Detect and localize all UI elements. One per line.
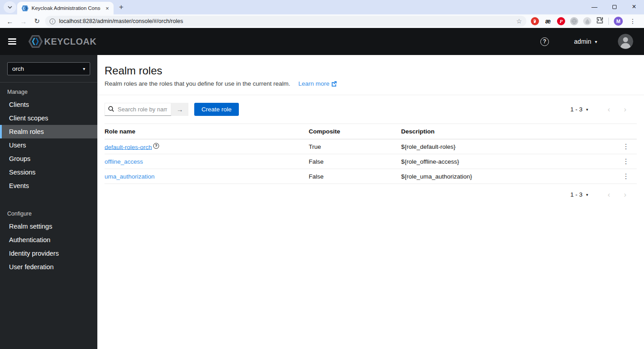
sidebar-item-realm-settings[interactable]: Realm settings	[0, 220, 97, 233]
table-row: uma_authorization False ${role_uma_autho…	[105, 169, 637, 184]
pagination-range-toggle[interactable]: 1 - 3 ▾	[570, 106, 588, 113]
role-link-offline-access[interactable]: offline_access	[105, 158, 143, 165]
keycloak-favicon	[22, 5, 28, 12]
tab-title: Keycloak Administration Conso	[32, 5, 100, 11]
learn-more-label: Learn more	[298, 80, 329, 87]
help-icon[interactable]: ?	[540, 37, 549, 46]
browser-tabstrip: Keycloak Administration Conso × + — ×	[0, 0, 644, 14]
kebab-menu-icon[interactable]: ⋮	[623, 157, 630, 165]
tab-search-button[interactable]	[4, 1, 16, 13]
pagination-range: 1 - 3	[570, 106, 582, 113]
role-link-default-roles-orch[interactable]: default-roles-orch	[105, 143, 152, 150]
sidebar-item-sessions[interactable]: Sessions	[0, 165, 97, 179]
pinterest-extension-icon[interactable]: P	[557, 17, 565, 25]
caret-down-icon: ▾	[586, 107, 588, 112]
kebab-menu-icon[interactable]: ⋮	[623, 142, 630, 150]
table-row: default-roles-orch? True ${role_default-…	[105, 139, 637, 154]
page-title: Realm roles	[105, 64, 633, 77]
globe-icon	[571, 18, 577, 24]
window-minimize-button[interactable]: —	[585, 0, 604, 14]
username: admin	[574, 38, 591, 45]
reload-icon[interactable]: ↻	[32, 16, 42, 27]
pagination-top: 1 - 3 ▾ ‹ ›	[570, 106, 637, 113]
window-close-button[interactable]: ×	[624, 0, 644, 14]
drop-extension-icon[interactable]	[583, 17, 591, 25]
search-submit-button[interactable]: →	[171, 103, 188, 116]
realm-name: orch	[12, 65, 24, 72]
nav-toggle-hamburger-icon[interactable]	[8, 38, 16, 45]
caret-down-icon: ▾	[586, 193, 588, 197]
address-bar[interactable]: i localhost:8282/admin/master/console/#/…	[45, 16, 526, 27]
column-actions	[619, 124, 637, 139]
back-icon[interactable]: ←	[5, 16, 15, 27]
sidebar-item-events[interactable]: Events	[0, 179, 97, 193]
realm-roles-table: Role name Composite Description default-…	[105, 124, 637, 184]
column-composite: Composite	[309, 124, 401, 139]
section-label-configure: Configure	[0, 211, 97, 220]
composite-value: False	[309, 154, 401, 169]
sidebar-item-identity-providers[interactable]: Identity providers	[0, 247, 97, 260]
user-dropdown[interactable]: admin ▾	[574, 38, 597, 45]
column-description: Description	[401, 124, 619, 139]
browser-tab[interactable]: Keycloak Administration Conso ×	[17, 2, 114, 14]
sidebar-item-authentication[interactable]: Authentication	[0, 233, 97, 247]
pagination-prev-button[interactable]: ‹	[601, 106, 617, 113]
sidebar-nav: orch ▾ Manage Clients Client scopes Real…	[0, 55, 97, 349]
description-value: ${role_default-roles}	[401, 139, 619, 154]
user-avatar[interactable]	[618, 34, 633, 49]
extensions-puzzle-icon[interactable]	[596, 17, 603, 26]
search-input[interactable]	[105, 103, 171, 116]
tab-close-icon[interactable]: ×	[104, 5, 111, 12]
pagination-prev-button[interactable]: ‹	[601, 191, 617, 198]
description-value: ${role_offline-access}	[401, 154, 619, 169]
pagination-next-button[interactable]: ›	[617, 106, 633, 113]
external-link-icon	[331, 81, 337, 87]
role-link-uma-authorization[interactable]: uma_authorization	[105, 173, 155, 180]
forward-icon[interactable]: →	[18, 16, 29, 27]
table-header-row: Role name Composite Description	[105, 124, 637, 139]
column-role-name: Role name	[105, 124, 309, 139]
adblock-extension-icon[interactable]	[531, 17, 539, 25]
window-restore-button[interactable]	[604, 0, 624, 14]
keycloak-logo[interactable]: KEYCLOAK	[28, 35, 96, 48]
sidebar-item-realm-roles[interactable]: Realm roles	[0, 125, 97, 138]
new-tab-button[interactable]: +	[115, 1, 127, 13]
bookmark-star-icon[interactable]: ☆	[516, 18, 522, 25]
caret-down-icon: ▾	[595, 39, 597, 44]
sidebar-item-user-federation[interactable]: User federation	[0, 260, 97, 274]
window-controls: — ×	[585, 0, 644, 14]
toolbar-separator	[608, 18, 609, 25]
pagination-range-toggle[interactable]: 1 - 3 ▾	[570, 191, 588, 198]
page-header: Realm roles Realm roles are the roles th…	[97, 55, 644, 95]
extensions-area: æ P M ⋮	[529, 17, 639, 26]
keycloak-logo-icon	[28, 35, 43, 48]
sidebar-item-client-scopes[interactable]: Client scopes	[0, 111, 97, 125]
create-role-button[interactable]: Create role	[194, 103, 239, 116]
nav-section-manage: Manage Clients Client scopes Realm roles…	[0, 83, 97, 193]
hand-icon	[533, 19, 537, 23]
sidebar-item-users[interactable]: Users	[0, 138, 97, 152]
keycloak-masthead: KEYCLOAK ? admin ▾	[0, 28, 644, 55]
sidebar-item-groups[interactable]: Groups	[0, 152, 97, 165]
nav-section-configure: Configure Realm settings Authentication …	[0, 204, 97, 274]
drop-icon	[585, 19, 589, 24]
browser-menu-icon[interactable]: ⋮	[628, 18, 638, 25]
pagination-next-button[interactable]: ›	[617, 191, 633, 198]
globe-extension-icon[interactable]	[570, 17, 578, 25]
learn-more-link[interactable]: Learn more	[298, 80, 337, 87]
restore-icon	[612, 5, 617, 9]
ae-extension-icon[interactable]: æ	[544, 17, 552, 25]
search-icon	[108, 106, 114, 112]
main-content: Realm roles Realm roles are the roles th…	[97, 55, 644, 349]
description-value: ${role_uma_authorization}	[401, 169, 619, 184]
puzzle-icon	[596, 17, 603, 24]
kebab-menu-icon[interactable]: ⋮	[623, 172, 630, 180]
sidebar-item-clients[interactable]: Clients	[0, 98, 97, 111]
realm-selector[interactable]: orch ▾	[7, 62, 90, 75]
avatar-person-icon	[618, 34, 633, 49]
browser-profile-avatar[interactable]: M	[614, 17, 623, 26]
help-icon[interactable]: ?	[153, 143, 159, 149]
url-text[interactable]: localhost:8282/admin/master/console/#/or…	[59, 18, 512, 24]
site-info-icon[interactable]: i	[50, 18, 55, 24]
roles-toolbar: → Create role 1 - 3 ▾ ‹ ›	[105, 103, 637, 116]
